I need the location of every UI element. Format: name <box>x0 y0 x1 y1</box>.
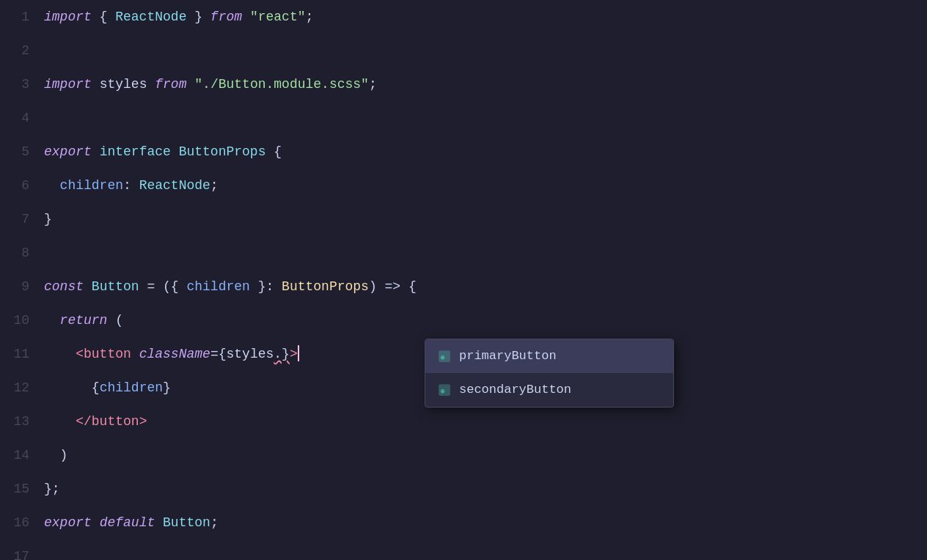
code-editor: 1 2 3 4 5 6 7 8 9 10 11 12 13 14 15 16 1… <box>0 0 927 560</box>
code-line-3: import styles from "./Button.module.scss… <box>44 67 927 101</box>
line-number-14: 14 <box>0 438 29 472</box>
code-line-4 <box>44 101 927 135</box>
code-line-1: import { ReactNode } from "react"; <box>44 0 927 34</box>
keyword-import: import <box>44 10 92 24</box>
line-number-1: 1 <box>0 0 29 34</box>
line-number-13: 13 <box>0 405 29 438</box>
code-line-6: children: ReactNode; <box>44 169 927 202</box>
line-number-4: 4 <box>0 101 29 135</box>
line-number-5: 5 <box>0 135 29 169</box>
autocomplete-label-primary: primaryButton <box>459 339 557 373</box>
line-numbers: 1 2 3 4 5 6 7 8 9 10 11 12 13 14 15 16 1… <box>0 0 44 560</box>
css-module-icon-primary: ⊛ <box>437 349 452 364</box>
code-line-14: ) <box>44 438 927 472</box>
code-line-9: const Button = ({ children }: ButtonProp… <box>44 270 927 303</box>
line-number-7: 7 <box>0 202 29 236</box>
svg-text:⊛: ⊛ <box>440 353 444 361</box>
text-cursor <box>298 345 299 361</box>
line-number-3: 3 <box>0 67 29 101</box>
line-number-10: 10 <box>0 303 29 337</box>
line-number-12: 12 <box>0 371 29 405</box>
code-line-10: return ( <box>44 303 927 337</box>
code-line-17 <box>44 539 927 560</box>
code-line-15: }; <box>44 472 927 506</box>
code-line-8 <box>44 236 927 270</box>
code-line-2 <box>44 34 927 67</box>
autocomplete-item-secondary[interactable]: ⊛ secondaryButton <box>425 373 673 407</box>
line-number-17: 17 <box>0 539 29 560</box>
line-number-11: 11 <box>0 337 29 371</box>
autocomplete-dropdown[interactable]: ⊛ primaryButton ⊛ secondaryButton <box>425 339 674 408</box>
line-number-2: 2 <box>0 34 29 67</box>
code-line-7: } <box>44 202 927 236</box>
autocomplete-item-primary[interactable]: ⊛ primaryButton <box>425 339 673 373</box>
line-number-15: 15 <box>0 472 29 506</box>
code-line-13: </button> <box>44 405 927 438</box>
code-area[interactable]: import { ReactNode } from "react"; impor… <box>44 0 927 560</box>
code-line-5: export interface ButtonProps { <box>44 135 927 169</box>
line-number-16: 16 <box>0 506 29 539</box>
autocomplete-label-secondary: secondaryButton <box>459 373 571 407</box>
line-number-9: 9 <box>0 270 29 303</box>
css-module-icon-secondary: ⊛ <box>437 383 452 397</box>
line-number-8: 8 <box>0 236 29 270</box>
code-line-16: export default Button; <box>44 506 927 539</box>
svg-text:⊛: ⊛ <box>440 387 444 395</box>
line-number-6: 6 <box>0 169 29 202</box>
